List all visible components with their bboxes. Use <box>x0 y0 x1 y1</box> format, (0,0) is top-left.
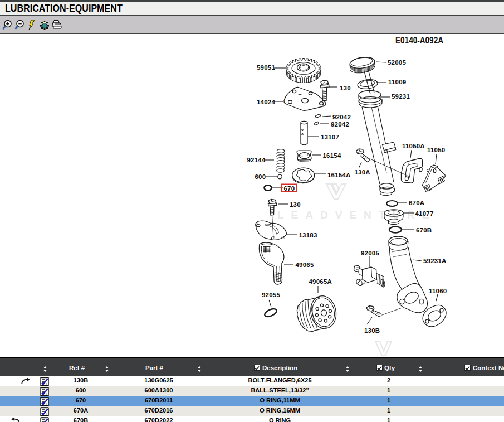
svg-text:130: 130 <box>290 201 301 208</box>
svg-text:11050: 11050 <box>427 147 445 153</box>
svg-text:59231A: 59231A <box>423 258 446 264</box>
svg-text:600: 600 <box>255 173 266 180</box>
svg-text:E0140-A092A: E0140-A092A <box>395 36 443 45</box>
svg-text:92055: 92055 <box>262 292 280 298</box>
svg-text:52005: 52005 <box>388 59 406 66</box>
svg-text:11060: 11060 <box>429 288 447 294</box>
svg-text:41077: 41077 <box>415 210 434 217</box>
svg-text:670: 670 <box>284 185 295 192</box>
svg-text:13183: 13183 <box>299 232 317 239</box>
svg-text:59231: 59231 <box>392 93 410 100</box>
svg-text:LEADVENTURE: LEADVENTURE <box>277 209 437 221</box>
svg-text:49065: 49065 <box>296 261 314 268</box>
svg-text:92042: 92042 <box>332 114 351 120</box>
svg-text:49065A: 49065A <box>309 278 332 285</box>
svg-text:92144: 92144 <box>247 157 266 163</box>
svg-text:92005: 92005 <box>361 250 379 256</box>
svg-text:13107: 13107 <box>321 134 339 140</box>
svg-text:670B: 670B <box>416 227 432 234</box>
svg-text:11009: 11009 <box>388 79 406 85</box>
svg-text:16154: 16154 <box>323 152 341 159</box>
svg-text:130B: 130B <box>364 327 380 334</box>
svg-text:11050A: 11050A <box>402 143 425 149</box>
svg-text:14024: 14024 <box>257 99 275 105</box>
svg-text:130A: 130A <box>355 169 370 176</box>
svg-text:130: 130 <box>340 85 351 91</box>
svg-text:92042: 92042 <box>331 121 349 128</box>
svg-text:670A: 670A <box>409 200 424 206</box>
svg-text:59051: 59051 <box>257 64 275 71</box>
svg-text:16154A: 16154A <box>327 172 350 178</box>
